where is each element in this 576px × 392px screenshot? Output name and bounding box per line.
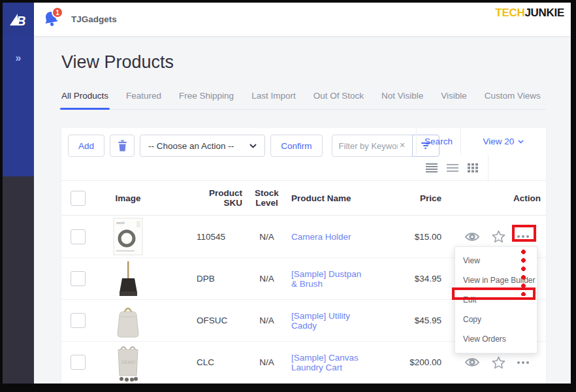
view-mode-icons: [416, 155, 488, 181]
notification-badge: 1: [52, 7, 63, 18]
row-checkbox[interactable]: [71, 313, 86, 328]
visibility-eye-icon[interactable]: [464, 357, 480, 368]
techjunkie-logo-tech: TECH: [495, 7, 524, 19]
header-price: Price: [370, 193, 441, 203]
header-product-name: Product Name: [291, 193, 370, 203]
price-value: $34.95: [370, 274, 441, 284]
header-action: Action: [441, 193, 546, 203]
bigcommerce-logo-icon: B: [7, 8, 29, 31]
simple-list-view-icon[interactable]: [447, 164, 458, 172]
row-checkbox[interactable]: [71, 229, 86, 244]
sidebar-expand-button[interactable]: »: [3, 52, 34, 64]
header-product-sku: Product SKU: [161, 188, 242, 208]
page-title: View Products: [61, 52, 174, 73]
products-toolbar: Add -- Choose an Action --: [61, 128, 546, 181]
menu-item-copy[interactable]: Copy: [455, 310, 537, 329]
toolbar-left: Add -- Choose an Action --: [68, 135, 440, 157]
tab-featured[interactable]: Featured: [126, 91, 161, 101]
price-value: $45.95: [370, 316, 441, 325]
featured-star-icon[interactable]: [492, 230, 505, 243]
tab-last-import[interactable]: Last Import: [251, 91, 296, 101]
product-name-link[interactable]: [Sample] Dustpan & Brush: [291, 269, 361, 289]
search-link[interactable]: Search: [416, 128, 461, 155]
stock-value: N/A: [242, 232, 291, 242]
tab-all-products[interactable]: All Products: [61, 91, 108, 101]
chevron-down-icon: [249, 144, 257, 148]
topbar: 1 TJGadgets TECHJUNKIE: [34, 3, 571, 36]
detailed-list-view-icon[interactable]: [426, 163, 438, 172]
sku-value: 110545: [161, 232, 242, 242]
menu-item-view-orders[interactable]: View Orders: [455, 329, 537, 349]
chevron-down-icon: [518, 140, 524, 144]
featured-star-icon[interactable]: [492, 356, 505, 369]
add-button[interactable]: Add: [68, 135, 104, 157]
bulk-action-select[interactable]: -- Choose an Action --: [140, 135, 265, 157]
tab-free-shipping[interactable]: Free Shipping: [179, 91, 234, 101]
visibility-eye-icon[interactable]: [464, 231, 480, 242]
screenshot-frame: B » 1 TJGadgets TECHJUNKIE View Products: [0, 0, 576, 392]
notifications-bell[interactable]: 1: [42, 10, 62, 29]
sku-value: DPB: [161, 274, 242, 284]
sidebar-lower-section: [3, 176, 34, 384]
stock-value: N/A: [242, 316, 291, 325]
delete-button[interactable]: [110, 135, 135, 157]
svg-text:smith: smith: [116, 221, 125, 225]
sku-value: OFSUC: [161, 316, 242, 325]
price-value: $15.00: [370, 232, 441, 242]
confirm-button[interactable]: Confirm: [270, 135, 322, 157]
techjunkie-logo-junkie: JUNKIE: [524, 7, 564, 19]
view-count-dropdown[interactable]: View 20: [461, 128, 546, 155]
svg-text:B: B: [16, 14, 25, 28]
price-value: $200.00: [370, 357, 441, 367]
sidebar: B »: [3, 3, 34, 384]
tab-not-visible[interactable]: Not Visible: [381, 91, 423, 101]
tab-out-of-stock[interactable]: Out Of Stock: [313, 91, 364, 101]
bigcommerce-logo[interactable]: B: [3, 3, 34, 36]
row-checkbox[interactable]: [71, 355, 86, 370]
sku-value: CLC: [161, 357, 242, 367]
stock-value: N/A: [242, 357, 291, 367]
tab-visible[interactable]: Visible: [441, 91, 467, 101]
view-tabs: All Products Featured Free Shipping Last…: [61, 91, 546, 110]
grid-view-icon[interactable]: [468, 163, 478, 172]
product-name-link[interactable]: [Sample] Canvas Laundry Cart: [291, 353, 359, 372]
stock-value: N/A: [242, 274, 291, 284]
product-name-link[interactable]: [Sample] Utility Caddy: [291, 311, 350, 331]
trash-icon: [118, 140, 127, 152]
product-name-link[interactable]: Camera Holder: [291, 232, 351, 242]
tab-custom-views[interactable]: Custom Views: [485, 91, 541, 101]
app-window: B » 1 TJGadgets TECHJUNKIE View Products: [3, 3, 571, 384]
header-stock-level: Stock Level: [242, 188, 291, 208]
annotation-highlight-ellipsis: [512, 225, 536, 242]
svg-text:DEMO: DEMO: [121, 360, 136, 365]
table-header-row: Image Product SKU Stock Level Product Na…: [61, 181, 546, 216]
product-image-utility-caddy[interactable]: [114, 302, 142, 339]
toolbar-right: Search View 20: [416, 128, 546, 181]
clear-filter-icon[interactable]: ✕: [399, 141, 405, 150]
select-all-checkbox[interactable]: [71, 191, 86, 206]
product-image-camera-holder[interactable]: smith: [113, 218, 143, 255]
row-actions-ellipsis-icon[interactable]: [517, 361, 529, 364]
store-name: TJGadgets: [71, 14, 117, 24]
annotation-highlight-edit: [452, 287, 536, 300]
techjunkie-logo: TECHJUNKIE: [495, 7, 564, 20]
header-image: Image: [95, 193, 161, 203]
product-image-dustpan-brush[interactable]: [115, 260, 141, 298]
row-checkbox[interactable]: [71, 271, 86, 286]
view-count-label: View 20: [483, 137, 515, 146]
product-image-canvas-laundry-cart[interactable]: DEMO: [113, 343, 143, 382]
bulk-action-selected-value: -- Choose an Action --: [148, 141, 234, 151]
